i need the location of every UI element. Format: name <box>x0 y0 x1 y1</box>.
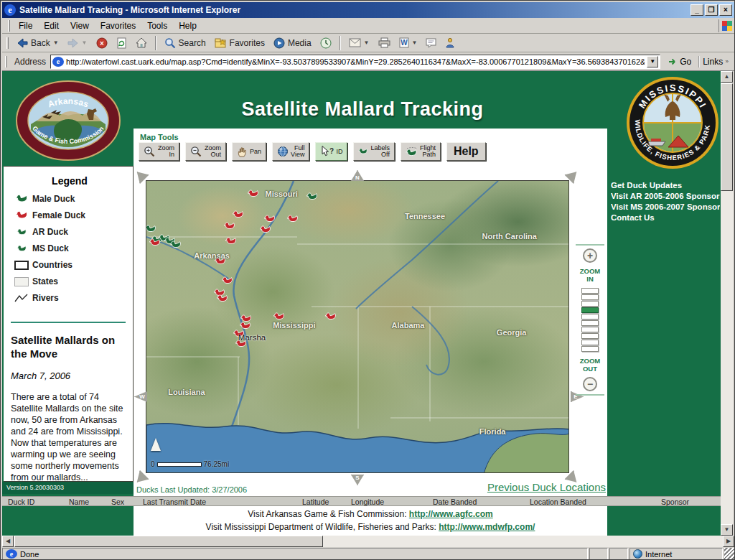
forward-button[interactable]: ▼ <box>64 35 91 51</box>
print-button[interactable] <box>375 35 394 51</box>
links-button[interactable]: Links » <box>698 56 731 67</box>
address-input[interactable]: e http://waterfowl.cast.uark.edu/map.asp… <box>50 55 660 69</box>
duck-marker-green[interactable] <box>170 241 182 249</box>
address-url[interactable]: http://waterfowl.cast.uark.edu/map.asp?C… <box>66 57 645 66</box>
sidebar-link[interactable]: Contact Us <box>611 213 720 223</box>
go-button[interactable]: Go <box>663 56 696 67</box>
messenger-icon <box>445 37 455 48</box>
sidebar-link[interactable]: Visit MS 2006-2007 Sponsors <box>611 202 720 213</box>
duck-marker-red[interactable] <box>273 312 285 321</box>
duck-marker-red[interactable] <box>233 330 245 338</box>
map-pan-s-arrow[interactable]: S <box>351 475 364 485</box>
zoom-level-segment[interactable] <box>581 340 599 345</box>
zoom-level-segment[interactable] <box>581 294 599 300</box>
duck-marker-red[interactable] <box>232 210 244 219</box>
duck-marker-red[interactable] <box>149 238 161 247</box>
mail-button[interactable]: ▼ <box>345 35 373 51</box>
page-content: Satellite Mallard Tracking Arkansas Game… <box>2 71 723 536</box>
map-pan-w-arrow[interactable]: W <box>134 391 147 402</box>
menu-tools[interactable]: Tools <box>141 19 173 32</box>
menu-edit[interactable]: Edit <box>38 19 65 32</box>
legend-title: Legend <box>11 175 128 187</box>
zoom-out-circle-button[interactable]: − <box>583 377 597 391</box>
agfc-link[interactable]: http://www.agfc.com <box>409 509 493 519</box>
maptool-zoom-in-button[interactable]: ZoomIn <box>139 142 179 161</box>
zoom-level-segment[interactable] <box>581 288 599 294</box>
zoom-level-segment[interactable] <box>581 307 599 313</box>
maptool-help-button[interactable]: Help <box>446 142 486 161</box>
scroll-left-button[interactable]: ◀ <box>2 536 14 547</box>
vertical-scrollbar[interactable]: ▲ ▼ <box>721 71 733 536</box>
minimize-button[interactable]: _ <box>690 4 703 16</box>
maximize-button[interactable]: ❐ <box>705 4 718 16</box>
stop-button[interactable]: × <box>93 35 111 51</box>
horizontal-scrollbar[interactable]: ◀ ▶ <box>2 536 734 547</box>
zoom-level-segment[interactable] <box>581 333 599 339</box>
scroll-down-button[interactable]: ▼ <box>721 524 733 536</box>
maptool-id-button[interactable]: ?ID <box>315 142 347 161</box>
window-titlebar[interactable]: e Satellite Mallard Tracking - Microsoft… <box>2 2 734 18</box>
close-button[interactable]: × <box>719 4 732 16</box>
maptool-full-view-button[interactable]: FullView <box>272 142 309 161</box>
status-text: Done <box>20 550 39 559</box>
zoom-out-label: ZOOM OUT <box>576 357 604 373</box>
visit-ms-text: Visit Mississippi Department of Wildlife… <box>206 522 436 532</box>
scroll-up-button[interactable]: ▲ <box>721 71 733 83</box>
refresh-button[interactable] <box>113 35 131 51</box>
zoom-level-segment[interactable] <box>581 327 599 332</box>
scroll-right-button[interactable]: ▶ <box>723 536 734 547</box>
duck-marker-red[interactable] <box>224 222 236 230</box>
duck-marker-red[interactable] <box>214 257 226 266</box>
messenger-button[interactable] <box>441 35 459 51</box>
resize-grip[interactable] <box>724 548 734 560</box>
previous-duck-locations-link[interactable]: Previous Duck Locations <box>429 481 606 493</box>
back-button[interactable]: Back▼ <box>13 35 62 51</box>
maptool-flight-path-button[interactable]: FlightPath <box>401 142 441 161</box>
duck-marker-green[interactable] <box>146 225 156 233</box>
media-button[interactable]: Media <box>270 35 315 51</box>
history-button[interactable] <box>317 35 335 51</box>
duck-green-small-icon <box>11 245 32 253</box>
home-button[interactable] <box>132 35 151 51</box>
menu-view[interactable]: View <box>65 19 95 32</box>
duck-marker-red[interactable] <box>248 190 260 198</box>
sidebar-link[interactable]: Get Duck Updates <box>611 180 720 191</box>
rect-gray-icon <box>11 277 32 286</box>
map-pan-n-arrow[interactable]: N <box>351 170 364 181</box>
edit-button[interactable]: W ▼ <box>395 35 421 51</box>
zoom-level-segment[interactable] <box>581 320 599 326</box>
duck-marker-red[interactable] <box>221 276 233 285</box>
browser-toolbar: Back▼ ▼ × Search Favorites Media ▼ W ▼ <box>2 34 734 52</box>
vertical-scroll-thumb[interactable] <box>721 83 733 191</box>
map-canvas[interactable]: MissouriTennesseeNorth CarolinaArkansasM… <box>146 180 569 473</box>
favorites-button[interactable]: Favorites <box>211 35 268 51</box>
status-pane-empty-2 <box>609 548 628 560</box>
zoom-level-segment[interactable] <box>581 314 599 319</box>
menu-file[interactable]: File <box>13 19 38 32</box>
duck-marker-red[interactable] <box>260 225 272 234</box>
maptool-labels-off-button[interactable]: LabelsOff <box>353 142 395 161</box>
zoom-level-segment[interactable] <box>581 301 599 307</box>
sidebar-link[interactable]: Visit AR 2005-2006 Sponsors <box>611 191 720 202</box>
duck-marker-green[interactable] <box>306 192 319 201</box>
zoom-in-circle-button[interactable]: + <box>583 248 597 263</box>
address-dropdown-button[interactable]: ▼ <box>647 56 658 67</box>
security-zone-pane: Internet <box>629 548 723 560</box>
duck-marker-red[interactable] <box>287 215 299 223</box>
duck-marker-red[interactable] <box>225 237 237 246</box>
horizontal-scroll-thumb[interactable] <box>14 536 323 547</box>
mdwfp-link[interactable]: http://www.mdwfp.com/ <box>439 522 535 532</box>
menu-favorites[interactable]: Favorites <box>95 19 141 32</box>
duck-marker-red[interactable] <box>216 294 228 303</box>
discuss-button[interactable] <box>422 35 440 51</box>
maptool-pan-button[interactable]: Pan <box>232 142 266 161</box>
duck-marker-red[interactable] <box>264 215 276 223</box>
stop-icon: × <box>96 37 108 49</box>
zoom-level-segment[interactable] <box>581 346 599 352</box>
search-button[interactable]: Search <box>161 35 210 51</box>
menu-help[interactable]: Help <box>173 19 202 32</box>
maptool-zoom-out-button[interactable]: ZoomOut <box>185 142 226 161</box>
duck-marker-red[interactable] <box>235 340 247 348</box>
legend-item: States <box>11 276 128 286</box>
duck-marker-red[interactable] <box>324 312 337 321</box>
